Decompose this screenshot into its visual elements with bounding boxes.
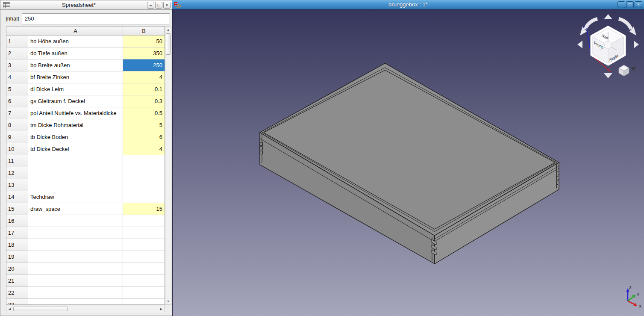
row-header[interactable]: 21 [6, 275, 28, 287]
row-header[interactable]: 15 [6, 203, 28, 215]
column-header-b[interactable]: B [123, 27, 165, 35]
row-header[interactable]: 6 [6, 95, 28, 107]
cell-a19[interactable] [28, 251, 123, 263]
scroll-up-icon[interactable]: ▲ [165, 27, 171, 33]
horizontal-scrollbar-thumb[interactable] [13, 307, 68, 311]
dropdown-arrow-icon[interactable] [630, 67, 636, 71]
cell-a3[interactable]: bo Breite außen [28, 59, 123, 71]
scroll-down-icon[interactable]: ▼ [165, 298, 171, 304]
row-header[interactable]: 8 [6, 119, 28, 131]
cell-a23[interactable] [28, 299, 123, 305]
cell-b22[interactable] [123, 287, 165, 299]
box-model[interactable] [260, 63, 559, 264]
cell-b6[interactable]: 0.3 [123, 95, 165, 107]
cell-a17[interactable] [28, 227, 123, 239]
spreadsheet-titlebar[interactable]: Spreadsheet* – □ × [0, 0, 172, 10]
column-header-a[interactable]: A [28, 27, 123, 35]
row-header[interactable]: 2 [6, 47, 28, 59]
nav-left-arrow-icon[interactable] [577, 41, 582, 48]
cell-a12[interactable] [28, 167, 123, 179]
minimize-icon[interactable]: – [618, 1, 625, 8]
maximize-icon[interactable]: □ [626, 1, 634, 8]
cell-b4[interactable]: 4 [123, 71, 165, 83]
3d-viewport[interactable]: Z X Top Front Right [172, 9, 644, 316]
cell-a14[interactable]: Techdraw [28, 191, 123, 203]
vertical-scrollbar-thumb[interactable] [166, 33, 171, 55]
cell-b14[interactable] [123, 191, 165, 203]
row-header[interactable]: 17 [6, 227, 28, 239]
cell-b15[interactable]: 15 [123, 203, 165, 215]
cell-a7[interactable]: pol Anteil Nuttiefe vs. Materialdicke [28, 107, 123, 119]
row-header[interactable]: 7 [6, 107, 28, 119]
maximize-icon[interactable]: □ [155, 2, 162, 9]
row-header[interactable]: 19 [6, 251, 28, 263]
horizontal-scrollbar[interactable]: ◀ ▶ [6, 306, 165, 312]
row-header[interactable]: 13 [6, 179, 28, 191]
cell-a5[interactable]: dl Dicke Leim [28, 83, 123, 95]
cell-a11[interactable] [28, 155, 123, 167]
cell-b11[interactable] [123, 155, 165, 167]
row-header[interactable]: 4 [6, 71, 28, 83]
cell-b8[interactable]: 5 [123, 119, 165, 131]
cell-a22[interactable] [28, 287, 123, 299]
cell-b20[interactable] [123, 263, 165, 275]
nav-up-arrow-icon[interactable] [604, 14, 612, 19]
row-header[interactable]: 1 [6, 35, 28, 47]
corner-header[interactable] [6, 27, 28, 35]
cell-b12[interactable] [123, 167, 165, 179]
cell-b7[interactable]: 0.5 [123, 107, 165, 119]
cell-b18[interactable] [123, 239, 165, 251]
cell-a18[interactable] [28, 239, 123, 251]
row-header[interactable]: 23 [6, 299, 28, 305]
cell-b9[interactable]: 6 [123, 131, 165, 143]
cell-b2[interactable]: 350 [123, 47, 165, 59]
cell-a20[interactable] [28, 263, 123, 275]
cell-a6[interactable]: gs Gleitraum f. Deckel [28, 95, 123, 107]
rotate-right-arrow-icon[interactable] [619, 19, 631, 29]
row-header[interactable]: 22 [6, 287, 28, 299]
row-header[interactable]: 9 [6, 131, 28, 143]
cell-b10[interactable]: 4 [123, 143, 165, 155]
cell-b5[interactable]: 0.1 [123, 83, 165, 95]
cell-b17[interactable] [123, 227, 165, 239]
cell-b16[interactable] [123, 215, 165, 227]
cell-a8[interactable]: tm Dicke Rohmaterial [28, 119, 123, 131]
navigation-cube[interactable]: Z X Top Front Right [577, 14, 639, 78]
row-header[interactable]: 5 [6, 83, 28, 95]
nav-down-arrow-icon[interactable] [604, 73, 612, 78]
cell-a21[interactable] [28, 275, 123, 287]
cell-b19[interactable] [123, 251, 165, 263]
row-header[interactable]: 18 [6, 239, 28, 251]
content-input[interactable] [22, 13, 170, 24]
scroll-left-icon[interactable]: ◀ [6, 306, 13, 312]
rotate-left-arrow-icon[interactable] [585, 19, 597, 29]
cell-a4[interactable]: bf Breite Zinken [28, 71, 123, 83]
close-icon[interactable]: × [635, 1, 642, 8]
cell-a13[interactable] [28, 179, 123, 191]
cell-a2[interactable]: do Tiefe außen [28, 47, 123, 59]
nav-right-arrow-icon[interactable] [634, 41, 639, 48]
close-icon[interactable]: × [163, 2, 171, 9]
row-header[interactable]: 16 [6, 215, 28, 227]
cell-a16[interactable] [28, 215, 123, 227]
row-header[interactable]: 20 [6, 263, 28, 275]
cell-b13[interactable] [123, 179, 165, 191]
cell-a10[interactable]: td Dicke Deckel [28, 143, 123, 155]
row-header[interactable]: 12 [6, 167, 28, 179]
cell-b3[interactable]: 250 [123, 59, 165, 71]
vertical-scrollbar[interactable]: ▲ ▼ [165, 26, 171, 305]
cell-a1[interactable]: ho Höhe außen [28, 35, 123, 47]
row-header[interactable]: 3 [6, 59, 28, 71]
cell-a9[interactable]: tb Dicke Boden [28, 131, 123, 143]
minimize-icon[interactable]: – [147, 2, 154, 9]
cell-b23[interactable] [123, 299, 165, 305]
cell-a15[interactable]: draw_space [28, 203, 123, 215]
scroll-right-icon[interactable]: ▶ [158, 306, 165, 312]
nav-mini-cube-icon[interactable] [619, 65, 629, 76]
row-header[interactable]: 11 [6, 155, 28, 167]
freecad-titlebar[interactable]: F brueggebox : 1* – □ × [172, 0, 644, 9]
cell-b21[interactable] [123, 275, 165, 287]
row-header[interactable]: 14 [6, 191, 28, 203]
row-header[interactable]: 10 [6, 143, 28, 155]
cell-b1[interactable]: 50 [123, 35, 165, 47]
